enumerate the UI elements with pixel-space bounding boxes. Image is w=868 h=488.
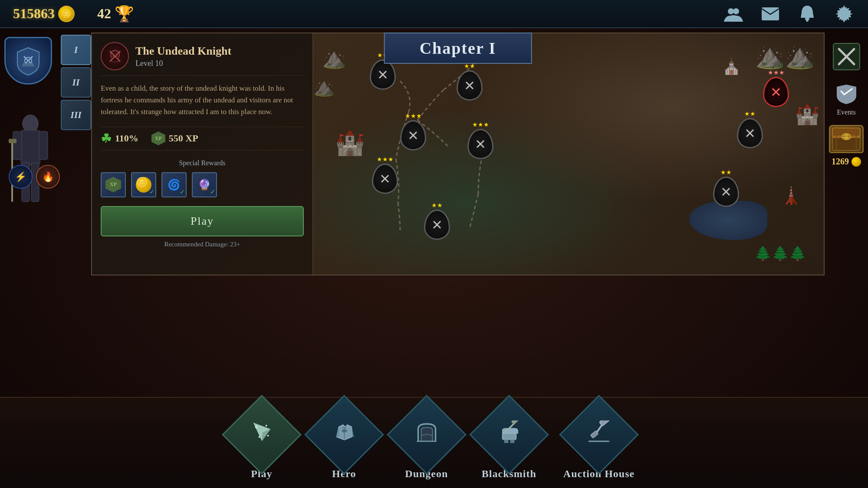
trophy-item: 42 🏆 [97,5,134,23]
chapter-tab-3[interactable]: III [61,100,91,130]
node-5-badge [467,129,493,159]
nav-icon-auction [587,420,611,449]
nav-diamond-play [222,395,302,475]
boss-info: The Undead Knight Level 10 [135,45,231,68]
main-panel: Chapter I The Undead Knight Level 10 Eve… [91,33,825,275]
chapter-tab-1[interactable]: I [61,35,91,65]
svg-rect-46 [835,128,837,151]
events-icon[interactable] [833,80,859,106]
map-node-6[interactable]: ★★ [737,118,763,148]
node-1-badge [370,59,396,90]
nav-item-blacksmith[interactable]: Blacksmith [481,406,537,480]
chapter-tabs: I II III [61,35,91,130]
settings-icon[interactable] [833,3,855,25]
stats-row: ☘ 110% XP 550 XP [101,127,304,151]
boss-level: Level 10 [135,59,231,68]
svg-rect-47 [855,128,857,151]
terrain-church: ⛪ [722,57,741,75]
node-9-badge [424,210,450,240]
map-node-3[interactable]: ★★★ [763,77,789,107]
nav-item-hero[interactable]: Hero [316,406,372,480]
nav-icon-blacksmith [497,420,521,449]
node-8-badge [713,177,739,207]
map-node-4[interactable]: ★★★ [400,120,426,151]
mail-icon[interactable] [760,3,781,25]
coin-icon: 🪙 [58,6,75,22]
svg-point-50 [267,434,269,436]
reward-item1: 🌀 ✓ [161,172,187,197]
map-node-9[interactable]: ★★ [424,210,450,240]
reward-item2-check: ✓ [210,188,215,196]
chapter-tab-3-label: III [70,109,82,121]
chest-coins-value: 1269 [832,157,849,167]
events-label: Events [837,108,856,116]
recommended-damage: Recommended Damage: 23+ [101,241,304,248]
coins-item: 515863 🪙 [13,6,75,22]
terrain-mountains-left: ⛰️ [313,77,335,97]
svg-rect-59 [511,420,519,424]
close-button[interactable] [831,41,861,72]
node-3-badge [763,77,789,107]
terrain-mountains-tl: ⛰️ [322,46,346,69]
terrain-castle-right: 🏰 [795,103,819,126]
terrain-castle-center: 🏰 [335,129,365,157]
svg-point-1 [733,8,739,14]
boss-header: The Undead Knight Level 10 [101,42,304,76]
chapter-tab-1-label: I [74,44,78,56]
nav-diamond-hero [304,395,384,475]
chest-coins: 1269 [832,157,861,167]
shamrock-icon: ☘ [101,131,112,146]
trophy-icon: 🏆 [115,5,134,23]
nav-diamond-dungeon [387,395,467,475]
chest-icon[interactable] [829,125,864,153]
top-bar: 515863 🪙 42 🏆 [0,0,868,28]
map-node-8[interactable]: ★★ [713,177,739,207]
node-4-badge [400,120,426,151]
node-7-badge [372,164,398,194]
special-rewards-label: Special Rewards [101,159,304,167]
boss-icon [101,42,129,70]
map-node-1[interactable]: ★★ [370,59,396,90]
node-6-stars: ★★ [744,110,756,118]
svg-rect-15 [9,139,16,143]
info-panel: The Undead Knight Level 10 Even as a chi… [92,33,313,275]
completion-stat: ☘ 110% [101,131,138,146]
svg-rect-9 [21,130,40,165]
chapter-title: Chapter I [420,39,496,58]
xp-value: 550 XP [169,133,198,144]
svg-point-0 [728,8,734,14]
svg-point-49 [265,424,267,426]
node-9-stars: ★★ [431,202,443,209]
nav-item-play[interactable]: Play [233,406,290,480]
nav-item-dungeon[interactable]: Dungeon [398,406,455,480]
trophy-value: 42 [97,6,111,22]
bell-icon[interactable] [796,3,818,25]
svg-rect-11 [39,131,48,160]
chapter-tab-2[interactable]: II [61,67,91,98]
reward-coin-check: ✓ [149,188,155,196]
boss-name: The Undead Knight [135,45,231,58]
terrain-trees-br: 🌲🌲🌲 [754,245,806,262]
coins-value: 515863 [13,6,55,22]
map-node-2[interactable]: ★★ [457,70,483,101]
node-3-stars: ★★★ [768,69,785,76]
currency-group: 515863 🪙 42 🏆 [13,5,134,23]
node-5-stars: ★★★ [472,121,489,128]
reward-coin: 🪙 ✓ [131,172,156,197]
reward-item2: 🔮 ✓ [192,172,217,197]
friends-icon[interactable] [723,3,744,25]
skill-icon-fire[interactable]: 🔥 [36,165,60,189]
svg-point-4 [806,19,809,22]
chest-coin-icon [852,157,861,167]
skill-icon-lightning[interactable]: ⚡ [9,165,33,189]
nav-item-auction[interactable]: Auction House [563,406,635,480]
info-play-button[interactable]: Play [101,206,304,236]
svg-rect-61 [599,420,610,426]
bottom-nav: Play Hero [0,397,868,488]
chest-section: 1269 [829,125,864,167]
skill-icons: ⚡ 🔥 [9,165,60,189]
svg-rect-10 [13,131,22,160]
chapter-header: Chapter I [384,33,532,64]
map-node-7[interactable]: ★★★ [372,164,398,194]
map-node-5[interactable]: ★★★ [467,129,493,159]
